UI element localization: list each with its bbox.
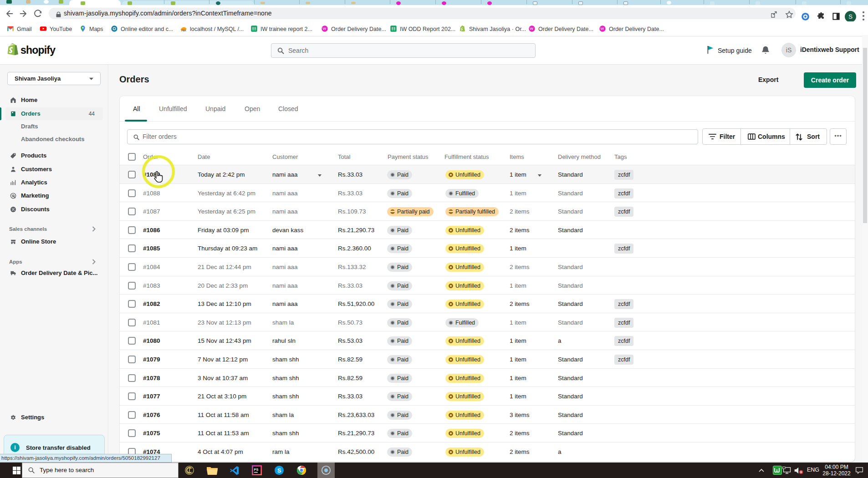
svg-text:PS: PS [254,468,259,472]
svg-text:PMA: PMA [181,30,186,32]
svg-text:S: S [277,467,281,474]
